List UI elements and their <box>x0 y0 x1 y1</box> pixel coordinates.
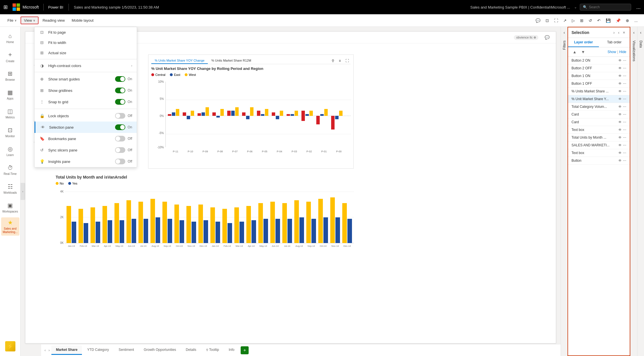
sidebar-item-salesmarketing[interactable]: ★ Sales and Marketing... <box>1 217 19 236</box>
rc-tab-r12m[interactable]: % Units Market Share R12M <box>208 58 254 64</box>
sp-show-label[interactable]: Show <box>607 50 616 54</box>
bookmarks-switch[interactable] <box>115 136 125 141</box>
sync-slicers-toggle[interactable]: Off <box>115 147 132 153</box>
sp-down-btn[interactable]: ▼ <box>580 49 586 55</box>
file-chevron-icon[interactable]: ⌄ <box>574 5 577 9</box>
sp-visibility-icon[interactable]: 👁 <box>618 151 622 155</box>
filters-label[interactable]: Filters <box>562 41 566 50</box>
sp-visibility-icon[interactable]: 👁 <box>618 135 622 139</box>
sp-item-button2on[interactable]: Button 2 ON 👁 ⋯ <box>568 57 630 64</box>
chart-expand-icon[interactable]: ⛶ <box>344 58 351 64</box>
tab-market-share[interactable]: Market Share <box>51 345 82 355</box>
search-input[interactable] <box>589 5 623 9</box>
view-menu-button[interactable]: View ∨ <box>21 17 39 24</box>
sp-item-textbox1[interactable]: Text box 👁 ⋯ <box>568 126 630 134</box>
vd-fit-to-page[interactable]: ⊡ Fit to page <box>35 27 137 37</box>
sp-collapse-btn[interactable]: ‹ <box>617 30 621 35</box>
chart-format-icon[interactable]: ≡ <box>337 58 343 64</box>
sidebar-item-home[interactable]: ⌂ Home <box>1 29 19 47</box>
sp-item-unit-market-share-y[interactable]: % Unit Market Share Y... 👁 ⋯ <box>568 95 630 103</box>
sp-item-units-market-share[interactable]: % Units Market Share ... 👁 ⋯ <box>568 88 630 95</box>
sp-more-icon[interactable]: ⋯ <box>623 143 626 147</box>
sp-item-total-category[interactable]: Total Category Volum... 👁 ⋯ <box>568 103 630 111</box>
sp-hide-label[interactable]: Hide <box>619 50 626 54</box>
sp-more-icon[interactable]: ⋯ <box>623 89 626 93</box>
sp-visibility-icon[interactable]: 👁 <box>618 128 622 132</box>
sp-more-icon[interactable]: ⋯ <box>623 66 626 70</box>
sp-visibility-icon[interactable]: 👁 <box>618 58 622 62</box>
ribbon-more-icon-btn[interactable]: ... <box>633 17 639 24</box>
sp-item-total-units-month[interactable]: Total Units by Month ... 👁 ⋯ <box>568 134 630 141</box>
refresh-icon-btn[interactable]: ↺ <box>587 17 594 24</box>
sp-visibility-icon[interactable]: 👁 <box>618 82 622 86</box>
sidebar-item-realtime[interactable]: ⏱ Real-Time <box>1 161 19 179</box>
sp-more-icon[interactable]: ⋯ <box>623 112 626 116</box>
tab-scroll-left[interactable]: ‹ <box>43 347 47 353</box>
share-icon-btn[interactable]: ↗ <box>562 17 568 24</box>
vd-gridlines[interactable]: ⊞ Show gridlines On <box>35 85 137 96</box>
search-box[interactable]: 🔍 <box>580 4 631 11</box>
sp-expand-btn[interactable]: › <box>612 30 616 35</box>
gridlines-switch[interactable] <box>115 88 125 93</box>
smart-guides-toggle[interactable]: On <box>115 76 132 82</box>
vd-fit-to-width[interactable]: ⊟ Fit to width <box>35 37 137 48</box>
sp-item-sales-marketing[interactable]: SALES AND MARKETI... 👁 ⋯ <box>568 141 630 149</box>
lock-objects-toggle[interactable]: Off <box>115 113 132 119</box>
snap-to-grid-switch[interactable] <box>115 99 125 105</box>
present-icon-btn[interactable]: ▷ <box>570 17 577 24</box>
tab-ytd-category[interactable]: YTD Category <box>82 345 113 355</box>
sp-more-icon[interactable]: ⋯ <box>623 128 626 132</box>
sp-more-icon[interactable]: ⋯ <box>623 74 626 78</box>
sync-slicers-switch[interactable] <box>115 147 125 153</box>
comment-icon-btn-canvas[interactable]: 💬 <box>543 34 551 41</box>
reading-view-button[interactable]: Reading view <box>40 17 68 24</box>
rc-tab-yoy[interactable]: % Units Market Share YOY Change <box>151 58 208 64</box>
bookmarks-toggle[interactable]: Off <box>115 136 132 141</box>
topbar-more-icon[interactable]: ... <box>636 4 641 10</box>
sidebar-item-create[interactable]: + Create <box>1 48 19 66</box>
sp-item-textbox2[interactable]: Text box 👁 ⋯ <box>568 149 630 157</box>
canvas-scroll-left[interactable]: ‹ <box>21 183 25 200</box>
sp-up-btn[interactable]: ▲ <box>571 49 578 55</box>
snap-to-grid-toggle[interactable]: On <box>115 99 132 105</box>
viz-collapse-btn[interactable]: ‹ <box>632 29 636 36</box>
sp-visibility-icon[interactable]: 👁 <box>618 66 622 70</box>
selection-pane-toggle[interactable]: On <box>115 124 132 130</box>
smart-guides-switch[interactable] <box>115 76 125 82</box>
vd-actual-size[interactable]: ⊞ Actual size <box>35 48 137 58</box>
sp-visibility-icon[interactable]: 👁 <box>618 112 622 116</box>
expand-icon-btn[interactable]: ⛶ <box>552 17 560 24</box>
sp-visibility-icon[interactable]: 👁 <box>618 159 622 163</box>
format-icon-btn[interactable]: ⊡ <box>544 17 551 24</box>
focus-icon-btn[interactable]: ⊞ <box>578 17 585 24</box>
accessibility-icon-btn[interactable]: ⊕ <box>624 17 631 24</box>
tab-tooltip[interactable]: ⚲ Tooltip <box>202 345 224 355</box>
comment-icon-btn[interactable]: 💬 <box>534 17 542 24</box>
chart-filter-icon[interactable]: ⚲ <box>330 58 336 64</box>
sidebar-item-learn[interactable]: ◎ Learn <box>1 142 19 160</box>
sp-more-icon[interactable]: ⋯ <box>623 82 626 86</box>
insights-toggle[interactable]: Off <box>115 159 132 164</box>
sp-more-icon[interactable]: ⋯ <box>623 58 626 62</box>
sp-item-button1on[interactable]: Button 1 ON 👁 ⋯ <box>568 72 630 80</box>
undo-icon-btn[interactable]: ↶ <box>595 17 602 24</box>
sp-more-icon[interactable]: ⋯ <box>623 151 626 155</box>
vd-insights-pane[interactable]: 💡 Insights pane Off <box>35 156 137 167</box>
vd-high-contrast[interactable]: ◑ High-contrast colors › <box>35 60 137 71</box>
sp-item-button[interactable]: Button 👁 ⋯ <box>568 157 630 165</box>
vd-smart-guides[interactable]: ⊕ Show smart guides On <box>35 73 137 85</box>
insights-switch[interactable] <box>115 159 125 164</box>
tab-details[interactable]: Details <box>181 345 201 355</box>
data-collapse-btn[interactable]: ‹ <box>639 29 643 36</box>
gridlines-toggle[interactable]: On <box>115 88 132 93</box>
sidebar-item-metrics[interactable]: ◫ Metrics <box>1 104 19 123</box>
save-icon-btn[interactable]: 💾 <box>604 17 612 24</box>
sp-close-btn[interactable]: × <box>622 30 626 35</box>
vd-snap-to-grid[interactable]: ⋮ Snap to grid On <box>35 96 137 108</box>
pin-icon-btn[interactable]: 📌 <box>614 17 622 24</box>
vd-sync-slicers[interactable]: ↺ Sync slicers pane Off <box>35 144 137 156</box>
sidebar-item-monitor[interactable]: ⊡ Monitor <box>1 123 19 141</box>
add-page-button[interactable]: + <box>241 346 249 354</box>
sp-more-icon[interactable]: ⋯ <box>623 97 626 101</box>
sp-more-icon[interactable]: ⋯ <box>623 105 626 109</box>
